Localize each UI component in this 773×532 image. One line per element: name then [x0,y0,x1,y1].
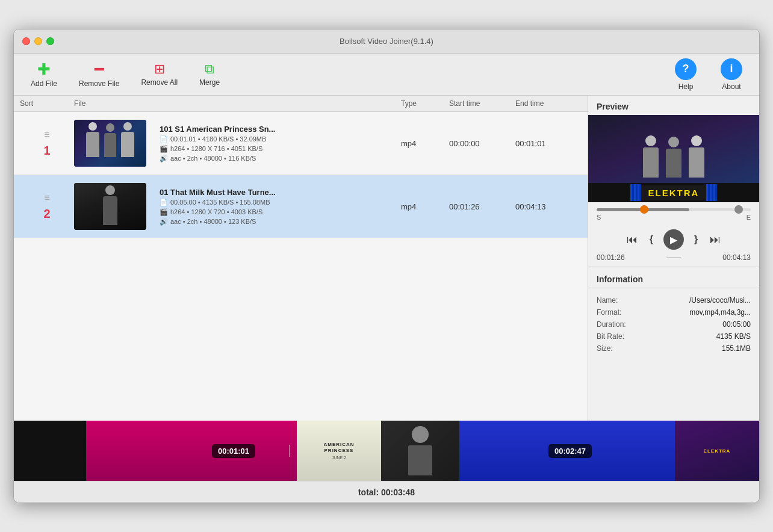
ap-title: AMERICANPRINCESS [323,442,354,454]
add-file-icon: ✚ [37,61,51,77]
remove-file-icon: ━ [95,61,104,77]
col-type: Type [401,99,449,108]
video-icon-2: 🎬 [160,208,168,216]
progress-thumb-end[interactable] [734,205,743,214]
ap-date: JUNE 2 [332,456,346,460]
row-left-1: ≡ 1 [20,129,74,158]
elektra-side-left [630,184,641,201]
audio-icon-2: 🔊 [160,218,168,226]
info-name-val: /Users/coco/Musi... [689,296,751,305]
file-middle-2: 01 That Milk Must Have Turne... 📄 00.05.… [74,183,401,230]
file-meta-audio-1: 🔊 aac • 2ch • 48000 • 116 KB/S [160,155,275,162]
elektra-side-right [706,184,717,201]
tl-right-thumb: ELEKTRA [675,421,759,481]
file-meta-video-2: 🎬 h264 • 1280 X 720 • 4003 KB/S [160,208,276,216]
preview-video: ELEKTRA [588,115,759,202]
remove-all-label: Remove All [141,78,178,87]
split-icon: ⏐ [286,444,292,458]
tl-man-thumb [381,421,459,481]
tl-purple-thumb: ELEKTRA [675,421,759,481]
set-start-button[interactable]: { [648,232,655,247]
skip-to-end-button[interactable]: ⏭ [708,232,722,248]
help-icon: ? [675,58,697,80]
file-info-2: 01 That Milk Must Have Turne... 📄 00.05.… [152,188,276,226]
timeline: 00:01:01 AMERICANPRINCESS JUNE 2 ⏐ 00:02… [14,421,759,481]
col-start-time: Start time [449,99,515,108]
main-content: Sort File Type Start time End time ≡ 1 [14,96,759,421]
meta-file-2: 00.05.00 • 4135 KB/S • 155.08MB [170,199,270,206]
time-row: 00:01:26 —— 00:04:13 [588,252,759,267]
audio-icon-1: 🔊 [160,155,168,162]
progress-track[interactable] [597,208,751,211]
titlebar: Boilsoft Video Joiner(9.1.4) [14,29,759,54]
info-divider2 [588,288,759,288]
file-icon-2: 📄 [160,199,168,206]
remove-file-button[interactable]: ━ Remove File [68,57,130,93]
info-divider [588,267,759,267]
file-name-2: 01 That Milk Must Have Turne... [160,188,276,197]
toolbar-right: ? Help i About [664,54,753,96]
time-separator: —— [666,253,681,262]
file-meta-file-1: 📄 00.01.01 • 4180 KB/S • 32.09MB [160,135,275,143]
tl-thumb-overlay: AMERICANPRINCESS JUNE 2 [297,421,381,481]
info-bitrate-val: 4135 KB/S [716,332,751,341]
help-label: Help [678,82,694,91]
preview-panel: Preview [588,96,759,421]
meta-video-1: h264 • 1280 X 716 • 4051 KB/S [170,145,262,152]
file-list: Sort File Type Start time End time ≡ 1 [14,96,588,421]
start-time-2: 00:01:26 [449,202,515,211]
about-button[interactable]: i About [710,54,753,96]
info-format-val: mov,mp4,m4a,3g... [689,308,751,317]
play-button[interactable]: ▶ [663,229,684,250]
minimize-button[interactable] [34,37,42,45]
tl-segment-blue[interactable]: 00:02:47 ELEKTRA [381,421,759,481]
remove-all-button[interactable]: ⊞ Remove All [130,58,188,91]
merge-label: Merge [199,78,220,87]
total-time: total: 00:03:48 [358,487,415,497]
traffic-lights [22,37,54,45]
table-row[interactable]: ≡ 2 [14,175,588,238]
set-end-button[interactable]: } [692,232,700,247]
tl-badge-2: 00:02:47 [548,444,592,458]
col-file: File [74,99,401,108]
close-button[interactable] [22,37,30,45]
info-row-size: Size: 155.1MB [597,342,751,354]
progress-thumb-start[interactable] [640,205,648,214]
thumbnail-1 [74,120,146,167]
info-duration-val: 00:05:00 [722,320,751,329]
tl-segment-pink[interactable]: 00:01:01 AMERICANPRINCESS JUNE 2 ⏐ [86,421,381,481]
controls-row: ⏮ { ▶ } ⏭ [588,227,759,252]
help-button[interactable]: ? Help [664,54,707,96]
info-rows: Name: /Users/coco/Musi... Format: mov,mp… [588,292,759,357]
about-icon: i [721,58,742,80]
info-row-name: Name: /Users/coco/Musi... [597,294,751,306]
end-time-2: 00:04:13 [515,202,582,211]
window-title: Boilsoft Video Joiner(9.1.4) [340,37,433,46]
tl-badge-1: 00:01:01 [212,444,255,458]
skip-to-start-button[interactable]: ⏮ [625,232,639,248]
info-row-bitrate: Bit Rate: 4135 KB/S [597,330,751,342]
file-middle-1: 101 S1 American Princess Sn... 📄 00.01.0… [74,120,401,167]
merge-icon: ⧉ [205,63,214,76]
info-row-duration: Duration: 00:05:00 [597,318,751,330]
table-row[interactable]: ≡ 1 [14,112,588,175]
info-bitrate-label: Bit Rate: [597,332,624,341]
start-time-1: 00:00:00 [449,139,515,148]
drag-handle-1[interactable]: ≡ [44,129,49,140]
tl-dark-left [14,421,86,481]
elektra-banner: ELEKTRA [588,183,759,202]
drag-handle-2[interactable]: ≡ [44,193,49,203]
add-file-label: Add File [31,79,57,88]
type-1: mp4 [401,139,449,148]
remove-all-icon: ⊞ [154,63,165,76]
start-time-display: 00:01:26 [597,253,625,262]
preview-title: Preview [588,96,759,115]
add-file-button[interactable]: ✚ Add File [20,57,68,93]
meta-audio-2: aac • 2ch • 48000 • 123 KB/S [170,218,256,225]
meta-video-2: h264 • 1280 X 720 • 4003 KB/S [170,208,262,215]
information-title: Information [588,270,759,288]
merge-button[interactable]: ⧉ Merge [188,58,231,91]
file-name-1: 101 S1 American Princess Sn... [160,125,275,134]
maximize-button[interactable] [46,37,54,45]
file-meta-audio-2: 🔊 aac • 2ch • 48000 • 123 KB/S [160,218,276,226]
